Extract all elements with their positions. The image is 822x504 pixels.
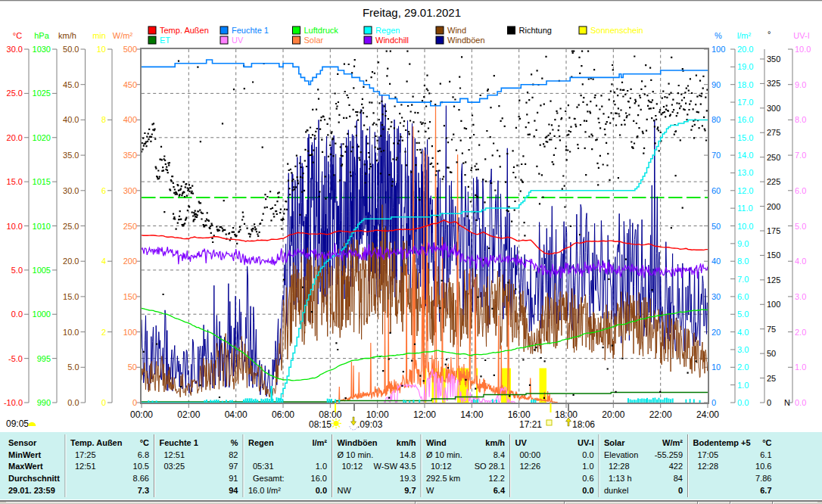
svg-text:1020: 1020	[33, 133, 51, 142]
svg-text:17.0: 17.0	[737, 98, 753, 107]
svg-text:16.0: 16.0	[737, 115, 753, 124]
svg-text:1.0: 1.0	[795, 362, 806, 372]
svg-text:125: 125	[767, 275, 780, 285]
svg-text:1.0: 1.0	[316, 462, 327, 471]
svg-text:0.0: 0.0	[737, 398, 749, 407]
svg-text:8.0: 8.0	[795, 115, 806, 124]
svg-text:Windböen: Windböen	[338, 438, 378, 447]
svg-text:00:00: 00:00	[520, 450, 541, 459]
svg-text:225: 225	[767, 177, 780, 186]
svg-text:5.0: 5.0	[11, 266, 23, 275]
svg-text:Wind: Wind	[447, 26, 466, 35]
svg-text:14.8: 14.8	[400, 450, 416, 459]
svg-text:3.0: 3.0	[737, 345, 749, 354]
svg-text:12:51: 12:51	[164, 450, 185, 459]
svg-text:1005: 1005	[33, 266, 51, 275]
svg-text:Luftdruck: Luftdruck	[304, 26, 339, 35]
svg-text:0: 0	[767, 398, 771, 407]
svg-text:-55.259: -55.259	[655, 450, 683, 459]
svg-text:40: 40	[711, 257, 721, 266]
svg-text:100: 100	[767, 300, 780, 309]
svg-text:6.4: 6.4	[494, 486, 506, 495]
svg-text:10:12: 10:12	[431, 462, 452, 471]
svg-text:Ø 10 min.: Ø 10 min.	[426, 450, 462, 459]
svg-text:75: 75	[767, 325, 776, 334]
svg-text:Solar: Solar	[604, 438, 625, 447]
svg-text:18:06: 18:06	[572, 419, 595, 430]
svg-text:%: %	[715, 31, 722, 40]
svg-text:0.0: 0.0	[582, 450, 593, 459]
svg-text:25: 25	[767, 374, 776, 383]
svg-text:100: 100	[711, 45, 725, 54]
svg-text:6.0: 6.0	[795, 186, 806, 195]
svg-text:1030: 1030	[33, 45, 51, 54]
svg-text:0.0: 0.0	[316, 486, 327, 495]
svg-text:15.0: 15.0	[63, 292, 79, 301]
svg-text:10.0: 10.0	[63, 328, 79, 337]
svg-text:2.0: 2.0	[795, 328, 806, 337]
svg-text:3.0: 3.0	[795, 292, 806, 301]
svg-text:1.0: 1.0	[582, 462, 593, 471]
svg-text:50: 50	[128, 362, 137, 372]
svg-text:20.0: 20.0	[63, 257, 79, 266]
svg-text:Windchill: Windchill	[375, 36, 409, 45]
svg-text:300: 300	[123, 186, 137, 195]
svg-text:10: 10	[97, 45, 106, 54]
svg-text:30.0: 30.0	[7, 45, 23, 54]
svg-text:17:05: 17:05	[698, 450, 719, 459]
svg-text:MaxWert: MaxWert	[8, 462, 43, 471]
svg-text:Windböen: Windböen	[447, 36, 485, 45]
svg-text:16.0 l/m²: 16.0 l/m²	[248, 486, 281, 495]
svg-text:40.0: 40.0	[63, 115, 79, 124]
svg-text:97: 97	[229, 462, 238, 471]
svg-text:-5.0: -5.0	[8, 354, 23, 363]
svg-text:12:26: 12:26	[520, 462, 541, 471]
svg-text:18:00: 18:00	[555, 409, 578, 420]
svg-text:19.0: 19.0	[737, 62, 753, 71]
svg-text:10: 10	[711, 362, 721, 372]
svg-text:20: 20	[711, 328, 721, 337]
svg-text:1000: 1000	[33, 310, 51, 319]
svg-text:150: 150	[767, 250, 780, 260]
svg-text:W: W	[426, 486, 434, 495]
svg-text:Temp. Außen: Temp. Außen	[70, 438, 123, 447]
svg-text:0.6: 0.6	[582, 474, 593, 483]
svg-text:50.0: 50.0	[63, 45, 79, 54]
svg-text:4.0: 4.0	[795, 257, 806, 266]
svg-text:9.0: 9.0	[737, 239, 749, 248]
svg-text:12.0: 12.0	[737, 186, 753, 195]
svg-text:08:15: 08:15	[309, 419, 332, 430]
svg-text:45.0: 45.0	[63, 80, 79, 89]
svg-text:20.0: 20.0	[7, 133, 23, 142]
svg-text:0: 0	[132, 398, 137, 407]
svg-text:70: 70	[711, 151, 721, 160]
svg-text:14:00: 14:00	[460, 409, 483, 420]
svg-text:10.0: 10.0	[7, 222, 23, 231]
svg-text:km/h: km/h	[485, 438, 505, 447]
svg-text:8.66: 8.66	[133, 474, 149, 483]
svg-text:350: 350	[123, 151, 137, 160]
svg-text:10.5: 10.5	[133, 462, 149, 471]
svg-text:12:00: 12:00	[413, 409, 436, 420]
svg-text:13.0: 13.0	[737, 168, 753, 177]
svg-text:10.0: 10.0	[737, 222, 753, 231]
svg-text:35.0: 35.0	[63, 151, 79, 160]
svg-text:22:00: 22:00	[649, 409, 672, 420]
svg-text:Freitag, 29.01.2021: Freitag, 29.01.2021	[363, 6, 461, 19]
svg-text:4: 4	[101, 257, 106, 266]
svg-text:5.0: 5.0	[67, 362, 79, 372]
svg-text:91: 91	[229, 474, 238, 483]
svg-text:MinWert: MinWert	[8, 450, 42, 459]
svg-text:80: 80	[711, 115, 721, 124]
svg-text:350: 350	[767, 54, 780, 64]
svg-text:17:21: 17:21	[519, 419, 542, 430]
svg-text:400: 400	[123, 115, 137, 124]
svg-text:19.3: 19.3	[400, 474, 416, 483]
svg-text:Bodentemp +5: Bodentemp +5	[693, 438, 751, 447]
svg-text:300: 300	[767, 104, 780, 113]
svg-text:ET: ET	[160, 36, 170, 45]
svg-text:1:13 h: 1:13 h	[609, 474, 632, 483]
svg-text:60: 60	[711, 186, 721, 195]
svg-text:12:51: 12:51	[75, 462, 96, 471]
svg-text:UV: UV	[515, 438, 528, 447]
